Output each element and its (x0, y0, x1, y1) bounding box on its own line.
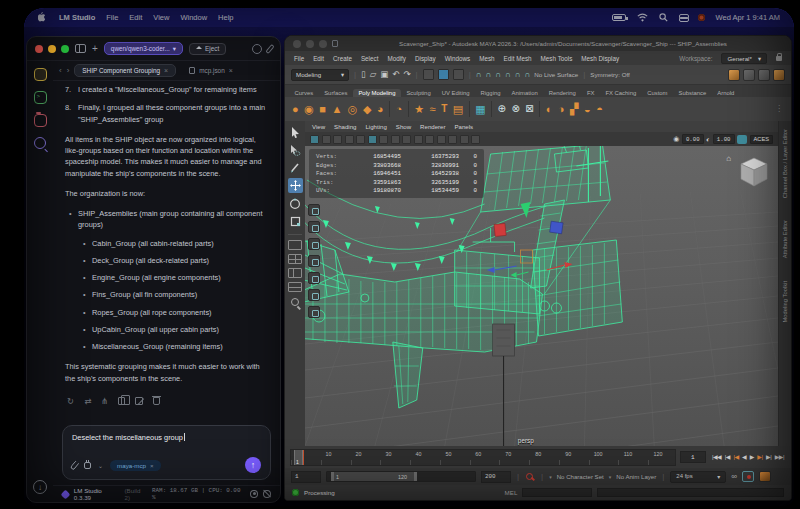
play-backwards-button[interactable]: ◀ (742, 454, 746, 460)
animation-start-field[interactable]: 1 (291, 471, 321, 483)
delete-icon[interactable] (153, 397, 160, 405)
mel-label[interactable]: MEL (505, 489, 518, 496)
move-tool[interactable] (288, 178, 303, 193)
menu-mesh-tools[interactable]: Mesh Tools (541, 55, 573, 62)
side-tool-icon[interactable] (308, 204, 320, 216)
new-chat-button[interactable]: + (92, 44, 98, 54)
platonic-solid-icon[interactable]: ◔ (396, 104, 403, 115)
animation-prefs-button[interactable] (759, 471, 771, 482)
snap-surface-icon[interactable]: ∩ (525, 71, 531, 79)
make-live-grid-icon[interactable]: ▦ (475, 104, 485, 115)
menu-mesh-display[interactable]: Mesh Display (581, 55, 619, 62)
isolate-select-icon[interactable] (448, 135, 457, 144)
timeline-ruler[interactable]: 0 10 20 30 40 50 60 70 80 90 100 110 120… (290, 449, 676, 466)
poly-cylinder-icon[interactable]: ■ (319, 104, 326, 115)
xray-icon[interactable] (460, 135, 469, 144)
menu-edit[interactable]: Edit (313, 55, 324, 62)
mel-input-left[interactable] (522, 488, 592, 497)
unselected-object[interactable] (493, 324, 515, 446)
light-editor-icon[interactable] (773, 69, 785, 81)
menu-mesh[interactable]: Mesh (479, 55, 494, 62)
zoom-search-icon[interactable] (291, 298, 299, 306)
boolean-union-icon[interactable]: ◐ (546, 104, 553, 115)
render-settings-icon[interactable] (758, 69, 770, 81)
poly-cone-icon[interactable]: ▲ (331, 104, 342, 115)
close-tab-icon[interactable]: × (164, 67, 168, 74)
model-selector[interactable]: qwen/qwen3-coder... ▾ (104, 42, 183, 55)
sidebar-item-developer[interactable] (34, 91, 47, 104)
sidebar-item-discover[interactable] (34, 137, 46, 149)
live-surface-status[interactable]: No Live Surface (534, 71, 578, 78)
spotlight-search-icon[interactable] (659, 13, 668, 22)
shelf-tab-rigging[interactable]: Rigging (475, 89, 506, 97)
send-button[interactable]: ↑ (245, 457, 261, 473)
redo-icon[interactable]: ↷ (403, 70, 410, 79)
sculpt-curve-icon[interactable]: ≈ (430, 104, 436, 115)
poly-cube-icon[interactable]: ◉ (304, 104, 314, 115)
tools-icon[interactable] (265, 43, 274, 53)
new-scene-icon[interactable]: ▯ (361, 70, 366, 79)
viewport-canvas[interactable]: Verts:16854495163752930 Edges:3380366832… (305, 146, 778, 446)
eject-model-button[interactable]: Eject (189, 43, 226, 55)
chevron-down-icon[interactable]: ⌄ (98, 462, 103, 469)
account-icon[interactable] (250, 490, 258, 498)
smooth-icon[interactable]: ◓ (596, 104, 603, 115)
lock-camera-icon[interactable] (322, 135, 331, 144)
playback-loop-icon[interactable]: ∞ (731, 472, 737, 481)
apple-menu-icon[interactable] (38, 12, 48, 24)
shelf-tab-rendering[interactable]: Rendering (543, 89, 581, 97)
scale-tool[interactable] (288, 214, 303, 229)
menu-window[interactable]: Window (180, 13, 207, 22)
close-tab-icon[interactable]: × (229, 67, 233, 74)
menubar-app-name[interactable]: LM Studio (59, 13, 95, 22)
shadows-icon[interactable] (414, 135, 423, 144)
locator-icon[interactable]: ⊗ (511, 104, 519, 114)
shelf-tab-animation[interactable]: Animation (506, 89, 543, 97)
lock-icon[interactable] (776, 56, 782, 61)
chat-transcript[interactable]: 7. I created a "Miscellaneous_Group" for… (53, 81, 280, 421)
range-bar[interactable]: 1 120 (326, 471, 476, 482)
tab-attribute-editor[interactable]: Attribute Editor (782, 220, 788, 258)
image-plane-icon[interactable] (356, 135, 365, 144)
menubar-clock[interactable]: Wed Apr 1 9:41 AM (716, 13, 780, 22)
view-cube[interactable] (733, 152, 773, 192)
separate-icon[interactable]: ◒ (584, 104, 591, 115)
sidebar-toggle-icon[interactable] (75, 44, 86, 53)
anim-layer-selector[interactable]: No Anim Layer (616, 473, 656, 480)
menu-display[interactable]: Display (415, 55, 436, 62)
menu-help[interactable]: Help (218, 13, 233, 22)
snap-curve-icon[interactable]: ∩ (486, 71, 492, 79)
wifi-icon[interactable] (637, 13, 648, 22)
tab-prev-icon[interactable]: ‹ (59, 66, 62, 75)
menu-modify[interactable]: Modify (387, 55, 406, 62)
zoom-button[interactable] (319, 40, 327, 48)
viewcube-home-icon[interactable]: ⌂ (726, 154, 731, 163)
panel-menu-lighting[interactable]: Lighting (365, 123, 386, 130)
close-button[interactable] (293, 40, 301, 48)
panel-menu-shading[interactable]: Shading (334, 123, 356, 130)
close-button[interactable] (35, 45, 43, 53)
side-tool-icon[interactable] (308, 272, 320, 284)
menu-select[interactable]: Select (361, 55, 379, 62)
step-forward-key-button[interactable]: ▶| (757, 454, 762, 460)
poly-plane-icon[interactable]: ◆ (363, 104, 371, 115)
minimize-button[interactable] (306, 40, 314, 48)
step-back-frame-button[interactable]: |◀ (725, 454, 730, 460)
shaded-mode-icon[interactable] (368, 135, 377, 144)
menu-edit[interactable]: Edit (129, 13, 142, 22)
poly-text-icon[interactable]: T (441, 104, 447, 114)
menu-file[interactable]: File (294, 55, 304, 62)
remove-mcp-icon[interactable]: × (150, 462, 154, 469)
menu-create[interactable]: Create (333, 55, 352, 62)
type-tool-icon[interactable]: ▤ (453, 104, 463, 115)
play-forwards-button[interactable]: ▶ (750, 454, 754, 460)
battery-icon[interactable] (612, 14, 626, 21)
sidebar-item-my-models[interactable] (34, 114, 47, 127)
playhead[interactable]: 1 (294, 450, 303, 465)
mcp-server-pill[interactable]: maya-mcp × (110, 460, 161, 471)
motion-blur-icon[interactable] (437, 135, 446, 144)
edit-icon[interactable] (135, 397, 143, 405)
workspace-selector[interactable]: General* ▾ (721, 53, 767, 64)
symmetry-status[interactable]: Symmetry: Off (590, 71, 629, 78)
undo-icon[interactable]: ↶ (392, 70, 399, 79)
